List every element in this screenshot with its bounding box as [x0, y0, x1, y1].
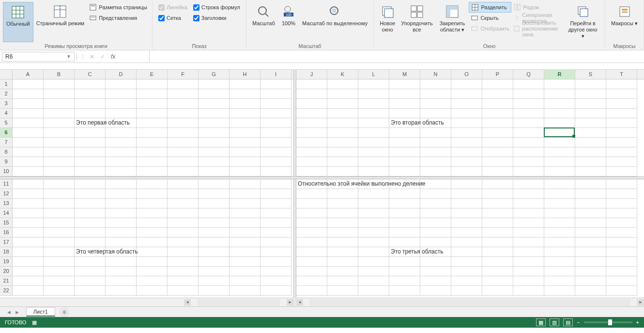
cell-B18[interactable] [44, 247, 75, 257]
cell-R1[interactable] [544, 79, 575, 89]
cell-H1[interactable] [230, 79, 261, 89]
cell-M4[interactable] [389, 109, 420, 118]
cell-O17[interactable] [451, 238, 482, 247]
cell-A10[interactable] [13, 167, 44, 176]
cell-F8[interactable] [168, 147, 199, 157]
cell-S15[interactable] [575, 218, 606, 228]
cell-N3[interactable] [420, 99, 451, 109]
cell-D4[interactable] [106, 109, 137, 118]
col-header-K[interactable]: K [327, 70, 358, 79]
cell-K3[interactable] [327, 99, 358, 109]
cell-D10[interactable] [106, 167, 137, 176]
row-header-18[interactable]: 18 [0, 247, 12, 257]
row-header-14[interactable]: 14 [0, 208, 12, 218]
switch-windows-button[interactable]: Перейти в другое окно ▾ [564, 2, 602, 42]
cell-N20[interactable] [420, 267, 451, 276]
cell-S13[interactable] [575, 199, 606, 208]
cell-T17[interactable] [606, 238, 637, 247]
cell-A20[interactable] [13, 267, 44, 276]
cell-B9[interactable] [44, 157, 75, 167]
cell-F4[interactable] [168, 109, 199, 118]
cell-S7[interactable] [575, 138, 606, 147]
cell-S11[interactable] [575, 179, 606, 189]
cell-T15[interactable] [606, 218, 637, 228]
cell-B17[interactable] [44, 238, 75, 247]
cell-H4[interactable] [230, 109, 261, 118]
cell-Q13[interactable] [513, 199, 544, 208]
cell-G19[interactable] [199, 257, 230, 267]
cell-D3[interactable] [106, 99, 137, 109]
cell-N10[interactable] [420, 167, 451, 176]
cell-K22[interactable] [327, 286, 358, 296]
cell-F20[interactable] [168, 267, 199, 276]
cell-K18[interactable] [327, 247, 358, 257]
cell-Q8[interactable] [513, 147, 544, 157]
cell-Q4[interactable] [513, 109, 544, 118]
cell-T3[interactable] [606, 99, 637, 109]
cell-C21[interactable] [75, 276, 106, 286]
cell-M2[interactable] [389, 89, 420, 99]
cell-A4[interactable] [13, 109, 44, 118]
row-header-22[interactable]: 22 [0, 286, 12, 296]
cell-H15[interactable] [230, 218, 261, 228]
view-pagebreak-status[interactable]: ▤ [563, 318, 573, 326]
cell-E9[interactable] [137, 157, 168, 167]
cell-T8[interactable] [606, 147, 637, 157]
cell-R19[interactable] [544, 257, 575, 267]
cell-C10[interactable] [75, 167, 106, 176]
cell-S17[interactable] [575, 238, 606, 247]
cell-T22[interactable] [606, 286, 637, 296]
cell-R5[interactable] [544, 118, 575, 128]
cell-H7[interactable] [230, 138, 261, 147]
cell-B21[interactable] [44, 276, 75, 286]
cell-K6[interactable] [327, 128, 358, 138]
col-header-F[interactable]: F [168, 70, 199, 79]
cell-Q1[interactable] [513, 79, 544, 89]
cell-A11[interactable] [13, 179, 44, 189]
cell-P3[interactable] [482, 99, 513, 109]
cell-H12[interactable] [230, 189, 261, 199]
cell-L14[interactable] [358, 208, 389, 218]
cell-Q7[interactable] [513, 138, 544, 147]
cell-R11[interactable] [544, 179, 575, 189]
cell-A5[interactable] [13, 118, 44, 128]
cell-P9[interactable] [482, 157, 513, 167]
cell-F5[interactable] [168, 118, 199, 128]
cell-O5[interactable] [451, 118, 482, 128]
cell-N6[interactable] [420, 128, 451, 138]
cell-Q19[interactable] [513, 257, 544, 267]
cell-P7[interactable] [482, 138, 513, 147]
cell-D17[interactable] [106, 238, 137, 247]
cell-E11[interactable] [137, 179, 168, 189]
cell-B22[interactable] [44, 286, 75, 296]
cell-H9[interactable] [230, 157, 261, 167]
cell-P8[interactable] [482, 147, 513, 157]
cell-K5[interactable] [327, 118, 358, 128]
cell-E22[interactable] [137, 286, 168, 296]
cell-O21[interactable] [451, 276, 482, 286]
cell-P13[interactable] [482, 199, 513, 208]
cell-J18[interactable] [296, 247, 327, 257]
cell-F12[interactable] [168, 189, 199, 199]
cell-L21[interactable] [358, 276, 389, 286]
cell-L9[interactable] [358, 157, 389, 167]
pane-bottom-right[interactable]: Относительно этой ячейки выполнено делен… [296, 179, 644, 298]
cell-J14[interactable] [296, 208, 327, 218]
cell-C16[interactable] [75, 228, 106, 238]
cell-D2[interactable] [106, 89, 137, 99]
cell-T10[interactable] [606, 167, 637, 176]
cell-T19[interactable] [606, 257, 637, 267]
cell-B16[interactable] [44, 228, 75, 238]
cell-S8[interactable] [575, 147, 606, 157]
cell-I2[interactable] [261, 89, 291, 99]
cell-I16[interactable] [261, 228, 291, 238]
cell-B6[interactable] [44, 128, 75, 138]
cell-J9[interactable] [296, 157, 327, 167]
cell-Q2[interactable] [513, 89, 544, 99]
cell-S10[interactable] [575, 167, 606, 176]
cell-G8[interactable] [199, 147, 230, 157]
scroll-left-icon[interactable]: ◄ [184, 299, 191, 306]
sheet-tab-active[interactable]: Лист1 [26, 307, 55, 317]
view-layout-status[interactable]: ▥ [550, 318, 559, 326]
cell-J8[interactable] [296, 147, 327, 157]
